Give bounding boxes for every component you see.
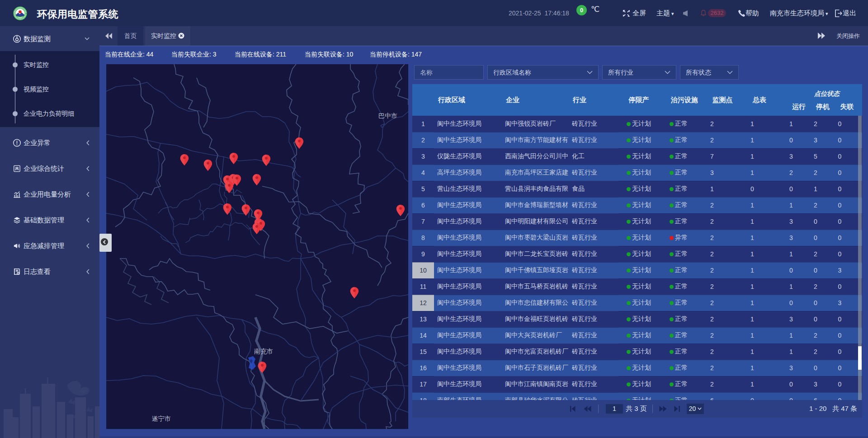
svg-text:巴中市: 巴中市 [378, 112, 397, 119]
svg-text:遂宁市: 遂宁市 [152, 415, 171, 422]
svg-text:南充市: 南充市 [254, 348, 273, 355]
